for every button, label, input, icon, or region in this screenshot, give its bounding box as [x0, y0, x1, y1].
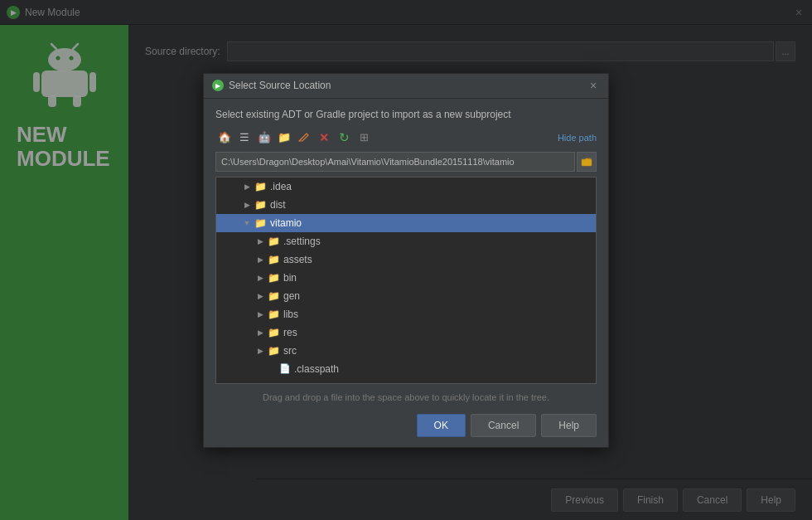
tree-item-label: libs [283, 309, 298, 320]
tree-item[interactable]: ▶📁dist [216, 196, 596, 214]
dialog-close-button[interactable]: × [587, 79, 600, 92]
path-input[interactable] [215, 152, 575, 172]
select-source-dialog: ▶ Select Source Location × Select existi… [203, 73, 609, 448]
collapse-arrow-icon: ▶ [241, 181, 253, 192]
tree-item[interactable]: ▶📁.idea [216, 177, 596, 196]
tree-item[interactable]: ▶📁assets [216, 250, 596, 269]
delete-icon[interactable]: ✕ [315, 129, 333, 147]
drag-drop-hint: Drag and drop a file into the space abov… [215, 389, 597, 406]
dialog-toolbar: 🏠 ☰ 🤖 📁 ✕ ↻ ⊞ Hide path [215, 129, 597, 147]
path-folder-button[interactable] [577, 152, 597, 172]
modal-overlay: ▶ Select Source Location × Select existi… [0, 0, 812, 520]
dialog-body: Select existing ADT or Gradle project to… [204, 99, 608, 447]
collapse-arrow-icon: ▶ [241, 199, 253, 211]
folder-icon: 📁 [268, 254, 280, 265]
tree-item-label: res [283, 327, 297, 338]
tree-item[interactable]: 📄.classpath [216, 360, 596, 378]
edit-icon[interactable] [295, 129, 313, 147]
tree-item-label: gen [283, 290, 300, 302]
hide-path-link[interactable]: Hide path [558, 133, 597, 143]
android-icon[interactable]: 🤖 [255, 129, 273, 147]
expand-icon[interactable]: ⊞ [355, 129, 373, 147]
folder-icon: 📁 [268, 309, 280, 320]
collapse-arrow-icon: ▶ [254, 290, 266, 302]
home-icon[interactable]: 🏠 [215, 129, 234, 147]
expand-arrow-icon: ▼ [241, 217, 253, 229]
tree-item[interactable]: ▶📁.settings [216, 232, 596, 250]
folder-icon: 📁 [254, 181, 267, 192]
tree-item-label: assets [283, 254, 312, 265]
tree-item-label: dist [270, 199, 286, 211]
tree-item[interactable]: ▶📁src [216, 342, 596, 360]
dialog-help-button[interactable]: Help [541, 414, 597, 437]
folder-icon: 📁 [268, 327, 280, 338]
tree-item-label: .idea [270, 181, 292, 192]
file-icon: 📄 [279, 363, 291, 374]
tree-item[interactable]: ▶📁gen [216, 287, 596, 305]
tree-item-label: .settings [283, 236, 321, 247]
folder-icon: 📁 [268, 290, 280, 302]
tree-item-label: src [283, 345, 297, 357]
folder-icon: 📁 [254, 217, 267, 229]
file-tree[interactable]: ▶📁.idea▶📁dist▼📁vitamio▶📁.settings▶📁asset… [215, 177, 597, 384]
tree-item[interactable]: ▶📁libs [216, 305, 596, 323]
collapse-arrow-icon: ▶ [254, 254, 266, 265]
folder-new-icon[interactable]: 📁 [275, 129, 293, 147]
path-row [215, 152, 597, 172]
collapse-arrow-icon: ▶ [254, 236, 266, 247]
collapse-arrow-icon: ▶ [254, 272, 266, 284]
tree-item-label: .classpath [294, 363, 339, 375]
dialog-title-icon: ▶ [212, 80, 224, 91]
tree-item[interactable]: ▶📁res [216, 323, 596, 342]
dialog-title: Select Source Location [229, 80, 587, 91]
folder-icon: 📁 [268, 345, 280, 357]
tree-item-label: vitamio [270, 217, 302, 229]
ok-button[interactable]: OK [417, 414, 466, 437]
dialog-title-bar: ▶ Select Source Location × [204, 74, 608, 99]
collapse-arrow-icon: ▶ [254, 309, 266, 320]
refresh-icon[interactable]: ↻ [335, 129, 353, 147]
leaf-spacer [266, 363, 278, 375]
collapse-arrow-icon: ▶ [254, 327, 266, 338]
folder-icon: 📁 [268, 236, 280, 247]
list-icon[interactable]: ☰ [235, 129, 254, 147]
tree-item[interactable]: ▼📁vitamio [216, 214, 596, 232]
dialog-cancel-button[interactable]: Cancel [471, 414, 536, 437]
folder-icon: 📁 [254, 199, 267, 211]
collapse-arrow-icon: ▶ [254, 345, 266, 357]
dialog-buttons: OK Cancel Help [215, 414, 597, 437]
folder-icon: 📁 [268, 272, 280, 284]
dialog-subtitle: Select existing ADT or Gradle project to… [215, 109, 597, 120]
tree-item[interactable]: ▶📁bin [216, 269, 596, 287]
tree-item-label: bin [283, 272, 297, 284]
